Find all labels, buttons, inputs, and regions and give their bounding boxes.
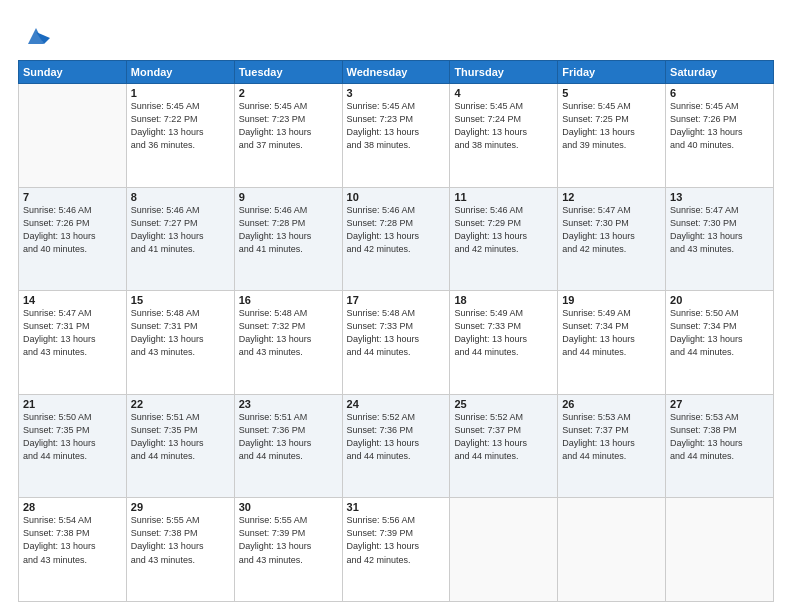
day-info: Sunrise: 5:53 AM Sunset: 7:38 PM Dayligh… — [670, 411, 769, 463]
calendar-cell: 18Sunrise: 5:49 AM Sunset: 7:33 PM Dayli… — [450, 291, 558, 395]
calendar-cell: 3Sunrise: 5:45 AM Sunset: 7:23 PM Daylig… — [342, 84, 450, 188]
calendar-week-2: 7Sunrise: 5:46 AM Sunset: 7:26 PM Daylig… — [19, 187, 774, 291]
day-info: Sunrise: 5:45 AM Sunset: 7:22 PM Dayligh… — [131, 100, 230, 152]
day-info: Sunrise: 5:46 AM Sunset: 7:28 PM Dayligh… — [239, 204, 338, 256]
day-number: 12 — [562, 191, 661, 203]
calendar-cell: 16Sunrise: 5:48 AM Sunset: 7:32 PM Dayli… — [234, 291, 342, 395]
day-info: Sunrise: 5:48 AM Sunset: 7:33 PM Dayligh… — [347, 307, 446, 359]
day-info: Sunrise: 5:54 AM Sunset: 7:38 PM Dayligh… — [23, 514, 122, 566]
day-number: 16 — [239, 294, 338, 306]
day-number: 1 — [131, 87, 230, 99]
day-number: 20 — [670, 294, 769, 306]
day-number: 28 — [23, 501, 122, 513]
day-number: 30 — [239, 501, 338, 513]
day-info: Sunrise: 5:55 AM Sunset: 7:39 PM Dayligh… — [239, 514, 338, 566]
calendar-cell: 10Sunrise: 5:46 AM Sunset: 7:28 PM Dayli… — [342, 187, 450, 291]
calendar-cell: 25Sunrise: 5:52 AM Sunset: 7:37 PM Dayli… — [450, 394, 558, 498]
day-number: 4 — [454, 87, 553, 99]
calendar-cell: 21Sunrise: 5:50 AM Sunset: 7:35 PM Dayli… — [19, 394, 127, 498]
day-info: Sunrise: 5:51 AM Sunset: 7:36 PM Dayligh… — [239, 411, 338, 463]
day-number: 19 — [562, 294, 661, 306]
day-number: 26 — [562, 398, 661, 410]
day-number: 23 — [239, 398, 338, 410]
day-info: Sunrise: 5:48 AM Sunset: 7:32 PM Dayligh… — [239, 307, 338, 359]
day-info: Sunrise: 5:50 AM Sunset: 7:35 PM Dayligh… — [23, 411, 122, 463]
day-info: Sunrise: 5:50 AM Sunset: 7:34 PM Dayligh… — [670, 307, 769, 359]
day-number: 27 — [670, 398, 769, 410]
day-number: 5 — [562, 87, 661, 99]
day-info: Sunrise: 5:49 AM Sunset: 7:33 PM Dayligh… — [454, 307, 553, 359]
calendar-cell: 30Sunrise: 5:55 AM Sunset: 7:39 PM Dayli… — [234, 498, 342, 602]
calendar-cell: 28Sunrise: 5:54 AM Sunset: 7:38 PM Dayli… — [19, 498, 127, 602]
calendar-cell — [558, 498, 666, 602]
day-number: 29 — [131, 501, 230, 513]
calendar-week-4: 21Sunrise: 5:50 AM Sunset: 7:35 PM Dayli… — [19, 394, 774, 498]
calendar-cell — [450, 498, 558, 602]
day-number: 8 — [131, 191, 230, 203]
calendar-week-3: 14Sunrise: 5:47 AM Sunset: 7:31 PM Dayli… — [19, 291, 774, 395]
day-info: Sunrise: 5:46 AM Sunset: 7:27 PM Dayligh… — [131, 204, 230, 256]
calendar-cell: 11Sunrise: 5:46 AM Sunset: 7:29 PM Dayli… — [450, 187, 558, 291]
calendar-cell: 7Sunrise: 5:46 AM Sunset: 7:26 PM Daylig… — [19, 187, 127, 291]
day-number: 11 — [454, 191, 553, 203]
calendar-cell: 19Sunrise: 5:49 AM Sunset: 7:34 PM Dayli… — [558, 291, 666, 395]
day-number: 10 — [347, 191, 446, 203]
day-info: Sunrise: 5:52 AM Sunset: 7:37 PM Dayligh… — [454, 411, 553, 463]
col-header-saturday: Saturday — [666, 61, 774, 84]
calendar-cell: 24Sunrise: 5:52 AM Sunset: 7:36 PM Dayli… — [342, 394, 450, 498]
col-header-friday: Friday — [558, 61, 666, 84]
calendar-cell — [666, 498, 774, 602]
calendar-cell: 4Sunrise: 5:45 AM Sunset: 7:24 PM Daylig… — [450, 84, 558, 188]
day-number: 3 — [347, 87, 446, 99]
calendar-cell: 31Sunrise: 5:56 AM Sunset: 7:39 PM Dayli… — [342, 498, 450, 602]
calendar-week-5: 28Sunrise: 5:54 AM Sunset: 7:38 PM Dayli… — [19, 498, 774, 602]
col-header-wednesday: Wednesday — [342, 61, 450, 84]
col-header-monday: Monday — [126, 61, 234, 84]
calendar-cell: 26Sunrise: 5:53 AM Sunset: 7:37 PM Dayli… — [558, 394, 666, 498]
day-number: 31 — [347, 501, 446, 513]
logo — [18, 22, 50, 50]
day-info: Sunrise: 5:45 AM Sunset: 7:24 PM Dayligh… — [454, 100, 553, 152]
calendar-cell: 13Sunrise: 5:47 AM Sunset: 7:30 PM Dayli… — [666, 187, 774, 291]
day-number: 22 — [131, 398, 230, 410]
calendar-cell: 20Sunrise: 5:50 AM Sunset: 7:34 PM Dayli… — [666, 291, 774, 395]
col-header-thursday: Thursday — [450, 61, 558, 84]
calendar-cell: 22Sunrise: 5:51 AM Sunset: 7:35 PM Dayli… — [126, 394, 234, 498]
calendar-cell: 12Sunrise: 5:47 AM Sunset: 7:30 PM Dayli… — [558, 187, 666, 291]
header — [18, 18, 774, 50]
day-info: Sunrise: 5:46 AM Sunset: 7:28 PM Dayligh… — [347, 204, 446, 256]
calendar-cell: 2Sunrise: 5:45 AM Sunset: 7:23 PM Daylig… — [234, 84, 342, 188]
day-info: Sunrise: 5:47 AM Sunset: 7:30 PM Dayligh… — [670, 204, 769, 256]
page: SundayMondayTuesdayWednesdayThursdayFrid… — [0, 0, 792, 612]
day-number: 6 — [670, 87, 769, 99]
calendar-table: SundayMondayTuesdayWednesdayThursdayFrid… — [18, 60, 774, 602]
col-header-sunday: Sunday — [19, 61, 127, 84]
calendar-cell: 1Sunrise: 5:45 AM Sunset: 7:22 PM Daylig… — [126, 84, 234, 188]
day-number: 17 — [347, 294, 446, 306]
day-number: 18 — [454, 294, 553, 306]
day-number: 24 — [347, 398, 446, 410]
calendar-week-1: 1Sunrise: 5:45 AM Sunset: 7:22 PM Daylig… — [19, 84, 774, 188]
day-info: Sunrise: 5:45 AM Sunset: 7:23 PM Dayligh… — [347, 100, 446, 152]
day-number: 25 — [454, 398, 553, 410]
day-info: Sunrise: 5:55 AM Sunset: 7:38 PM Dayligh… — [131, 514, 230, 566]
day-info: Sunrise: 5:46 AM Sunset: 7:26 PM Dayligh… — [23, 204, 122, 256]
day-info: Sunrise: 5:56 AM Sunset: 7:39 PM Dayligh… — [347, 514, 446, 566]
calendar-cell: 27Sunrise: 5:53 AM Sunset: 7:38 PM Dayli… — [666, 394, 774, 498]
day-info: Sunrise: 5:48 AM Sunset: 7:31 PM Dayligh… — [131, 307, 230, 359]
day-number: 13 — [670, 191, 769, 203]
logo-icon — [22, 22, 50, 50]
calendar-cell: 14Sunrise: 5:47 AM Sunset: 7:31 PM Dayli… — [19, 291, 127, 395]
day-info: Sunrise: 5:47 AM Sunset: 7:30 PM Dayligh… — [562, 204, 661, 256]
day-info: Sunrise: 5:49 AM Sunset: 7:34 PM Dayligh… — [562, 307, 661, 359]
day-info: Sunrise: 5:53 AM Sunset: 7:37 PM Dayligh… — [562, 411, 661, 463]
day-info: Sunrise: 5:51 AM Sunset: 7:35 PM Dayligh… — [131, 411, 230, 463]
calendar-cell: 15Sunrise: 5:48 AM Sunset: 7:31 PM Dayli… — [126, 291, 234, 395]
day-number: 14 — [23, 294, 122, 306]
calendar-cell: 8Sunrise: 5:46 AM Sunset: 7:27 PM Daylig… — [126, 187, 234, 291]
day-number: 21 — [23, 398, 122, 410]
day-info: Sunrise: 5:46 AM Sunset: 7:29 PM Dayligh… — [454, 204, 553, 256]
calendar-cell — [19, 84, 127, 188]
calendar-cell: 5Sunrise: 5:45 AM Sunset: 7:25 PM Daylig… — [558, 84, 666, 188]
day-number: 7 — [23, 191, 122, 203]
